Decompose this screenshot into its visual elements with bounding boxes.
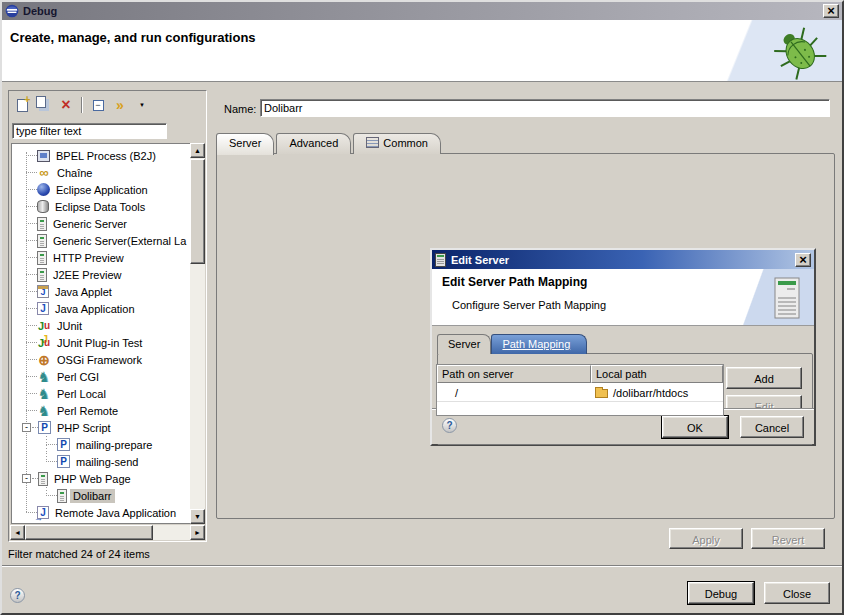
- dialog-heading: Edit Server Path Mapping: [442, 275, 587, 289]
- server-icon: [435, 253, 446, 267]
- ok-button[interactable]: OK: [662, 416, 728, 438]
- help-icon[interactable]: ?: [10, 588, 25, 603]
- server-icon: [37, 234, 47, 248]
- collapse-toggle-icon[interactable]: -: [22, 474, 31, 483]
- tree-item-junit-plug-in-test[interactable]: JUnit Plug-in Test: [12, 334, 190, 351]
- new-configuration-icon[interactable]: [12, 96, 32, 114]
- menu-caret-icon[interactable]: [132, 96, 152, 114]
- mapping-table-body: //dolibarr/htdocs: [437, 383, 723, 401]
- tree-item-remote-java-application[interactable]: Remote Java Application: [12, 504, 190, 521]
- tree-item-label: OSGi Framework: [54, 353, 145, 367]
- apply-button[interactable]: Apply: [669, 528, 743, 549]
- dialog-help-icon[interactable]: ?: [442, 418, 457, 433]
- tree-item-dolibarr[interactable]: Dolibarr: [12, 487, 190, 504]
- edit-server-dialog: Edit Server Edit Server Path Mapping Con…: [430, 248, 816, 446]
- tree-item-java-applet[interactable]: Java Applet: [12, 283, 190, 300]
- duplicate-icon[interactable]: [34, 96, 54, 114]
- dialog-subheading: Configure Server Path Mapping: [452, 299, 606, 311]
- name-input[interactable]: [260, 99, 830, 117]
- tree-item-label: mailing-send: [73, 455, 141, 469]
- tree-horizontal-scrollbar[interactable]: ◄ ►: [10, 525, 205, 540]
- tree-item-eclipse-data-tools[interactable]: Eclipse Data Tools: [12, 198, 190, 215]
- column-path-on-server[interactable]: Path on server: [437, 365, 591, 383]
- php-icon: [57, 455, 70, 468]
- toolbar-separator: [81, 97, 83, 113]
- scroll-right-icon[interactable]: ►: [190, 525, 205, 540]
- banner-heading: Create, manage, and run configurations: [10, 30, 256, 45]
- tree-item-php-script[interactable]: -PHP Script: [12, 419, 190, 436]
- tree-item-label: Java Applet: [52, 285, 115, 299]
- server-tower-icon: [774, 277, 800, 319]
- tree-item-label: Eclipse Data Tools: [52, 200, 148, 214]
- tab-common[interactable]: Common: [353, 133, 441, 154]
- filter-status: Filter matched 24 of 24 items: [8, 548, 150, 560]
- folder-icon: [595, 389, 608, 398]
- tree-item-perl-cgi[interactable]: Perl CGI: [12, 368, 190, 385]
- tree-item-bpel-process-b2j[interactable]: BPEL Process (B2J): [12, 147, 190, 164]
- tab-advanced[interactable]: Advanced: [276, 133, 351, 154]
- tree-item-label: Eclipse Application: [53, 183, 151, 197]
- revert-button[interactable]: Revert: [751, 528, 825, 549]
- junitp-icon: [37, 336, 51, 350]
- dialog-close-button[interactable]: [795, 253, 811, 267]
- tree-item-generic-server-external-la[interactable]: Generic Server(External La: [12, 232, 190, 249]
- tree-item-label: BPEL Process (B2J): [53, 149, 159, 163]
- tree-item-osgi-framework[interactable]: OSGi Framework: [12, 351, 190, 368]
- tree-item-java-application[interactable]: Java Application: [12, 300, 190, 317]
- horizontal-scroll-thumb[interactable]: [25, 525, 153, 540]
- dialog-tab-path-mapping[interactable]: Path Mapping: [491, 334, 587, 354]
- tree-item-http-preview[interactable]: HTTP Preview: [12, 249, 190, 266]
- tree-item-junit[interactable]: JUnit: [12, 317, 190, 334]
- tree-item-label: PHP Web Page: [51, 472, 134, 486]
- close-button[interactable]: Close: [764, 582, 830, 604]
- filter-icon[interactable]: [110, 96, 130, 114]
- tree-item-label: Generic Server(External La: [50, 234, 189, 248]
- scroll-left-icon[interactable]: ◄: [10, 525, 25, 540]
- config-tree-body: BPEL Process (B2J)ChaîneEclipse Applicat…: [12, 144, 190, 521]
- add-mapping-button[interactable]: Add: [726, 367, 802, 389]
- table-icon: [366, 137, 379, 148]
- tree-item-cha-ne[interactable]: Chaîne: [12, 164, 190, 181]
- scroll-up-icon[interactable]: ▲: [190, 143, 205, 158]
- tree-item-label: J2EE Preview: [50, 268, 124, 282]
- server-path-cell: /: [437, 383, 591, 401]
- debug-button[interactable]: Debug: [688, 582, 754, 604]
- name-label: Name:: [224, 103, 256, 115]
- collapse-all-icon[interactable]: [88, 96, 108, 114]
- cancel-button[interactable]: Cancel: [740, 416, 804, 438]
- tree-item-mailing-prepare[interactable]: mailing-prepare: [12, 436, 190, 453]
- delete-icon[interactable]: [56, 96, 76, 114]
- config-list-panel: BPEL Process (B2J)ChaîneEclipse Applicat…: [8, 90, 207, 542]
- tree-item-label: Perl Remote: [54, 404, 121, 418]
- collapse-toggle-icon[interactable]: -: [22, 423, 31, 432]
- scroll-down-icon[interactable]: ▼: [190, 509, 205, 524]
- server-icon: [38, 472, 48, 486]
- tree-item-mailing-send[interactable]: mailing-send: [12, 453, 190, 470]
- tree-item-label: Dolibarr: [70, 489, 115, 503]
- tree-item-label: JUnit Plug-in Test: [54, 336, 145, 350]
- tree-item-label: PHP Script: [54, 421, 114, 435]
- vertical-scroll-thumb[interactable]: [190, 159, 205, 264]
- tab-server[interactable]: Server: [216, 133, 274, 155]
- banner: Create, manage, and run configurations: [2, 20, 842, 82]
- local-path-text: /dolibarr/htdocs: [613, 387, 688, 399]
- tree-item-eclipse-application[interactable]: Eclipse Application: [12, 181, 190, 198]
- column-local-path[interactable]: Local path: [591, 365, 723, 383]
- local-path-cell: /dolibarr/htdocs: [591, 383, 723, 401]
- mapping-table-header: Path on server Local path: [437, 365, 723, 383]
- mapping-row[interactable]: //dolibarr/htdocs: [437, 383, 723, 401]
- tree-vertical-scrollbar[interactable]: ▲ ▼: [190, 143, 205, 524]
- window-close-button[interactable]: [823, 4, 839, 18]
- tree-item-perl-remote[interactable]: Perl Remote: [12, 402, 190, 419]
- tree-item-php-web-page[interactable]: -PHP Web Page: [12, 470, 190, 487]
- server-icon: [37, 251, 47, 265]
- remote-icon: [37, 506, 49, 519]
- dialog-tab-server[interactable]: Server: [437, 334, 491, 354]
- server-icon: [57, 489, 67, 503]
- tree-item-generic-server[interactable]: Generic Server: [12, 215, 190, 232]
- tree-item-j2ee-preview[interactable]: J2EE Preview: [12, 266, 190, 283]
- php-icon: [57, 438, 70, 451]
- filter-input[interactable]: [12, 123, 167, 139]
- sphere-icon: [37, 183, 50, 196]
- tree-item-perl-local[interactable]: Perl Local: [12, 385, 190, 402]
